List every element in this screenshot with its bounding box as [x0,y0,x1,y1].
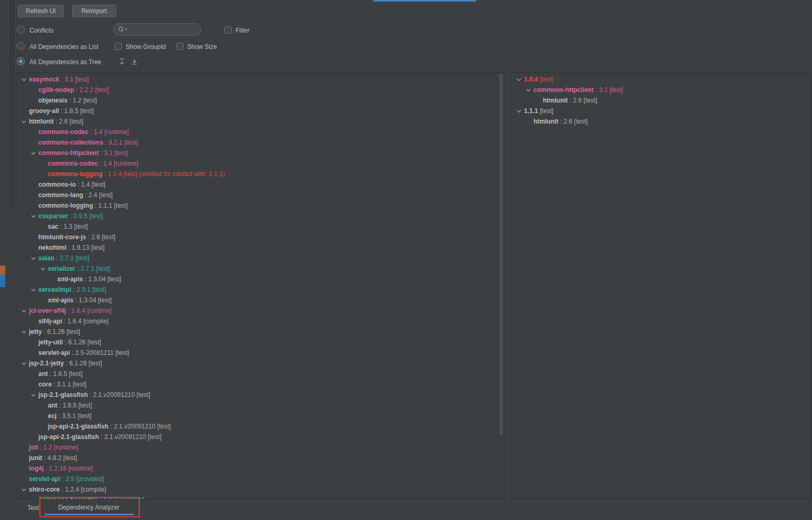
dependency-version-scope: : 1.0.4 [test] (omitted for conflict wit… [102,170,225,178]
dependency-node[interactable]: jsp-2.1-jetty : 6.1.26 [test] [16,358,504,369]
dependency-node[interactable]: commons-logging : 1.0.4 [test] (omitted … [16,169,504,179]
dependency-version-scope: : 1.2.4 [compile] [60,486,106,493]
dependency-node[interactable]: jstl : 1.2 [runtime] [16,442,504,453]
show-groupid-checkbox-label[interactable]: Show GroupId [126,43,166,50]
dependency-node[interactable]: shiro-core : 1.2.4 [compile] [16,484,504,495]
dependency-node[interactable]: junit : 4.8.2 [test] [16,453,504,463]
collapse-all-icon[interactable] [130,57,139,66]
dependency-node[interactable]: 1.1.1 [test] [511,106,811,116]
conflicts-radio[interactable] [17,26,25,34]
search-input[interactable] [131,26,197,33]
dependency-name: commons-httpclient [533,86,594,94]
dependency-node[interactable]: ecj : 3.5.1 [test] [16,411,504,421]
dependency-version-scope: : 3.1.1 [test] [52,381,86,388]
dependencies-list-radio-label[interactable]: All Dependencies as List [29,43,98,50]
expand-all-icon[interactable] [118,57,126,66]
dependency-node[interactable]: sac : 1.3 [test] [16,221,504,232]
dependency-name: commons-logging [48,170,102,178]
dependency-node[interactable]: servlet-api : 2.5 [provided] [16,474,504,484]
dependency-node[interactable]: commons-lang : 2.4 [test] [16,190,504,200]
dependency-node[interactable]: htmlunit-core-js : 2.6 [test] [16,232,504,242]
dependency-node[interactable]: nekohtml : 1.9.13 [test] [16,242,504,253]
dependency-version-scope: : 2.6 [test] [568,97,597,104]
show-groupid-checkbox[interactable] [115,43,122,50]
dependency-node[interactable]: cssparser : 0.9.5 [test] [16,211,504,221]
dependency-version-scope: : 6.1.26 [test] [64,360,102,367]
conflict-version-tree: 1.0.4 [test]commons-httpclient : 3.1 [te… [511,74,811,127]
chevron-expanded-icon[interactable] [525,87,532,93]
dependency-node[interactable]: groovy-all : 1.8.5 [test] [16,106,504,116]
dependency-node[interactable]: jsp-api-2.1-glassfish : 2.1.v20091210 [t… [16,432,504,442]
dependency-node[interactable]: xercesImpl : 2.9.1 [test] [16,284,504,295]
dependency-node[interactable]: objenesis : 1.2 [test] [16,95,504,106]
dependency-node[interactable]: slf4j-api : 1.6.4 [compile] [16,316,504,327]
dependency-node[interactable]: easymock : 3.1 [test] [16,74,504,85]
editor-scrollbar[interactable] [9,0,15,206]
dependency-node[interactable]: htmlunit : 2.6 [test] [511,95,811,106]
dependency-node[interactable]: 1.0.4 [test] [511,74,811,85]
refresh-ui-button[interactable]: Refresh UI [18,5,64,17]
dependency-node[interactable]: jsp-2.1-glassfish : 2.1.v20091210 [test] [16,390,504,400]
dependency-name: jetty [29,328,42,335]
dependency-name: objenesis [38,97,67,104]
chevron-expanded-icon[interactable] [20,77,27,83]
dependency-node[interactable]: jetty : 6.1.26 [test] [16,327,504,337]
reimport-button[interactable]: Reimport [72,5,116,17]
chevron-expanded-icon[interactable] [30,213,37,219]
show-size-checkbox[interactable] [176,43,183,50]
dependency-node[interactable]: commons-logging : 1.1.1 [test] [16,200,504,211]
chevron-expanded-icon[interactable] [20,308,27,314]
dependency-node[interactable]: xml-apis : 1.3.04 [test] [16,274,504,284]
dependency-node[interactable]: commons-httpclient : 3.1 [test] [16,148,504,158]
dependency-node[interactable]: commons-codec : 1.4 [runtime] [16,127,504,137]
chevron-expanded-icon[interactable] [30,287,37,293]
dependency-name: 1.1.1 [524,107,538,115]
dependency-node[interactable]: servlet-api : 2.5-20081211 [test] [16,348,504,358]
chevron-expanded-icon[interactable] [516,77,522,83]
filter-checkbox-label[interactable]: Filter [235,27,250,34]
chevron-expanded-icon[interactable] [30,256,37,261]
dependency-version-scope: : 3.1 [test] [99,149,128,157]
dependency-node[interactable]: serializer : 2.7.1 [test] [16,263,504,274]
dependency-node[interactable]: xalan : 2.7.1 [test] [16,253,504,263]
dependencies-list-radio[interactable] [17,42,25,50]
dependency-node[interactable]: htmlunit : 2.6 [test] [16,116,504,127]
dependency-node[interactable]: core : 3.1.1 [test] [16,379,504,390]
dependency-node[interactable]: jsp-api-2.1-glassfish : 2.1.v20091210 [t… [16,421,504,432]
dependency-tree-scrollbar-thumb[interactable] [499,74,503,435]
search-field[interactable] [113,23,201,36]
dependency-node[interactable]: commons-io : 1.4 [test] [16,179,504,190]
dependency-node[interactable]: cglib-nodep : 2.2.2 [test] [16,85,504,95]
dependency-node[interactable]: jcl-over-slf4j : 1.6.4 [runtime] [16,305,504,316]
chevron-expanded-icon[interactable] [30,392,37,398]
dependency-node[interactable]: commons-codec : 1.4 [runtime] [16,158,504,169]
show-size-checkbox-label[interactable]: Show Size [187,43,217,50]
dependency-node[interactable]: xml-apis : 1.3.04 [test] [16,295,504,305]
chevron-expanded-icon[interactable] [516,108,522,114]
dependency-name: htmlunit-core-js [38,233,86,241]
dependency-node[interactable]: commons-collections : 3.2.1 [test] [16,137,504,148]
chevron-expanded-icon[interactable] [20,119,27,125]
dependencies-tree-radio[interactable] [17,57,25,65]
chevron-expanded-icon[interactable] [30,150,37,156]
dependency-node[interactable]: log4j : 1.2.16 [runtime] [16,463,504,474]
dependency-node[interactable]: ant : 1.6.5 [test] [16,400,504,411]
chevron-expanded-icon[interactable] [20,329,27,335]
dependency-name: servlet-api [38,349,70,356]
chevron-expanded-icon[interactable] [20,487,27,493]
dependency-node[interactable]: ant : 1.6.5 [test] [16,369,504,379]
dependency-name: cglib-nodep [38,86,74,94]
dependencies-tree-radio-label[interactable]: All Dependencies as Tree [29,58,101,66]
filter-checkbox[interactable] [224,26,232,34]
dependency-name: jsp-2.1-jetty [29,360,64,367]
dependency-node[interactable]: jetty-util : 6.1.26 [test] [16,337,504,348]
dependency-name: log4j [29,465,44,472]
dependency-name: jcl-over-slf4j [29,307,66,314]
dependency-node[interactable]: commons-httpclient : 3.1 [test] [511,85,811,95]
chevron-expanded-icon[interactable] [39,266,46,272]
dependency-name: jstl [29,444,38,451]
chevron-expanded-icon[interactable] [20,361,27,366]
dependency-version-scope: : 4.8.2 [test] [42,454,77,462]
dependency-node[interactable]: htmlunit : 2.6 [test] [511,116,811,127]
conflicts-radio-label[interactable]: Conflicts [29,27,54,34]
